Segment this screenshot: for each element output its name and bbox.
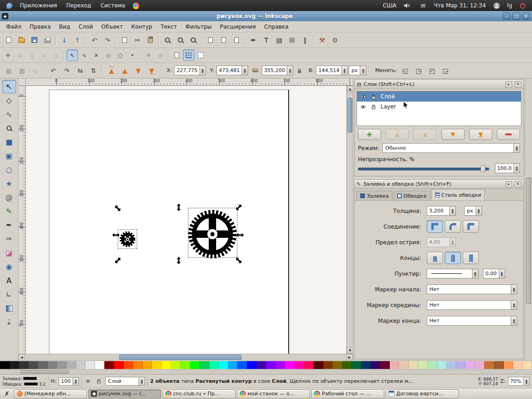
bevel-join-button[interactable] [463,220,479,233]
deselect-button[interactable]: ▫ [29,64,42,77]
taskbar-item-writer-doc[interactable]: Договор вяртси... [386,389,459,399]
palette-color[interactable] [342,361,352,369]
marker-mid-combo[interactable]: Нет▲▼ [427,300,517,310]
zoom-to-drawing-button[interactable] [174,34,187,46]
applications-menu[interactable]: Приложения [16,1,61,10]
dash-offset-input[interactable]: 0,00▲▼ [483,269,505,278]
spiral-tool-button[interactable]: @ [2,191,16,204]
palette-color[interactable] [171,361,181,369]
mail-icon[interactable]: ✉ [419,2,427,9]
stroke-swatch[interactable] [24,382,38,386]
snap-bbox-midpoints-button[interactable]: ◻ [50,49,62,61]
open-document-button[interactable] [15,34,28,46]
scroll-down-button[interactable]: ▼ [347,347,353,354]
large-gear-object[interactable] [187,209,238,261]
canvas[interactable] [26,86,346,354]
snap-midpoints-button[interactable]: • [127,49,138,61]
palette-scrollbar[interactable] [0,369,532,374]
palette-color[interactable] [190,361,200,369]
palette-color[interactable] [295,361,304,369]
document-properties-button[interactable]: ⚒ [316,34,328,46]
tab-fill[interactable]: Заливка [357,191,393,200]
lower-button[interactable]: ▼ [132,64,145,77]
layers-list[interactable]: Слой Layer [357,91,521,126]
horizontal-scrollbar[interactable]: ◀ ▶ [18,354,353,360]
calligraphy-tool-button[interactable]: ✑ [2,232,16,246]
document-page[interactable] [49,90,289,354]
window-titlebar[interactable]: ◆ рисунок.svg — Inkscape – □ ✕ [0,11,532,21]
opacity-slider-handle[interactable] [481,165,485,172]
fill-stroke-dialog-button[interactable]: ✒ [247,34,260,46]
blend-mode-combo[interactable]: Обычно▲▼ [382,143,520,153]
raise-layer-button[interactable]: ▲ [413,129,436,140]
lower-layer-to-bottom-button[interactable]: ▼ [469,129,492,140]
scroll-right-button[interactable]: ▶ [346,354,353,361]
palette-color[interactable] [48,361,57,369]
select-all-layers-button[interactable]: ▩ [16,64,28,77]
palette-color[interactable] [200,361,209,369]
width-input[interactable]: 355,200▲▼ [262,66,294,75]
paint-bucket-tool-button[interactable]: ◉ [2,260,16,273]
scale-handle-middle-right[interactable] [236,233,244,237]
taskbar-item-browser-1[interactable]: cnc-club.ru • Пр... [163,389,236,399]
snap-enable-button[interactable]: ✛ [2,49,14,61]
import-button[interactable]: ↓ [58,34,71,46]
x-spin-arrows[interactable]: ▲▼ [200,66,206,75]
palette-color[interactable] [237,361,247,369]
palette-color[interactable] [19,361,29,369]
stroke-width-units-combo[interactable]: px▲▼ [464,206,482,216]
palette-color[interactable] [409,361,418,369]
units-combo[interactable]: px▲▼ [349,66,367,75]
dash-pattern-combo[interactable]: ▲▼ [427,269,478,278]
snap-grid-button[interactable] [183,49,194,61]
copy-button[interactable] [118,34,131,46]
menu-item[interactable]: Слой [74,22,97,31]
gradient-tool-button[interactable] [2,302,16,315]
rotate-90-ccw-button[interactable]: ↶ [47,64,60,77]
snap-nodes-button[interactable]: ↖ [66,49,78,61]
butt-cap-button[interactable] [427,252,443,264]
affect-rotate-button[interactable]: ◰ [426,64,438,77]
zoom-to-page-button[interactable] [187,34,200,46]
fill-stroke-titlebar[interactable]: ✎ Заливка и обводка (Shift+Ctrl+F) ▸ ✕ [355,180,523,189]
scale-handle-bottom-center[interactable] [176,257,181,264]
palette-color[interactable] [152,361,162,369]
flip-horizontal-button[interactable]: ⇆ [74,64,86,77]
layers-panel-titlebar[interactable]: ▤ Слои (Shift+Ctrl+L) ▸ ✕ [355,80,523,89]
panel-iconify-button[interactable]: ▸ [505,181,512,187]
dock-scrollbar-thumb[interactable] [526,177,531,304]
palette-color[interactable] [304,361,314,369]
palette-color[interactable] [10,361,19,369]
current-layer-combo[interactable]: Слой▲▼ [105,377,145,386]
palette-color[interactable] [332,361,342,369]
cut-button[interactable]: ✂ [131,34,144,46]
layer-row-active[interactable]: Слой [357,91,521,102]
palette-color[interactable] [95,361,105,369]
pencil-tool-button[interactable]: ✎ [2,205,16,218]
paste-button[interactable] [144,34,157,46]
palette-scrollbar-thumb[interactable] [20,370,69,374]
snap-guides-button[interactable] [195,49,206,61]
palette-color[interactable] [475,361,485,369]
palette-color[interactable] [76,361,86,369]
palette-color[interactable] [323,361,333,369]
palette-color[interactable] [104,361,114,369]
vertical-ruler[interactable]: 0100200300400500600700 [18,86,26,354]
scroll-up-button[interactable]: ▲ [347,86,353,92]
export-button[interactable]: ↑ [71,34,84,46]
menu-item[interactable]: Объект [97,22,127,31]
layers-dialog-button[interactable]: ▤ [273,34,285,46]
palette-color[interactable] [181,361,190,369]
affect-corners-button[interactable]: ◲ [439,64,452,77]
snap-rotation-centers-button[interactable]: ◎ [155,49,166,61]
maximize-button[interactable]: □ [512,12,520,20]
new-document-button[interactable] [2,34,15,46]
panel-close-icon[interactable]: ✕ [514,81,521,88]
unlink-clone-button[interactable] [230,34,242,46]
palette-color[interactable] [504,361,514,369]
zoom-to-selection-button[interactable] [161,34,174,46]
select-all-button[interactable]: ▦ [2,64,15,77]
marker-start-combo[interactable]: Нет▲▼ [427,284,517,294]
palette-color[interactable] [447,361,456,369]
palette-color[interactable] [418,361,428,369]
